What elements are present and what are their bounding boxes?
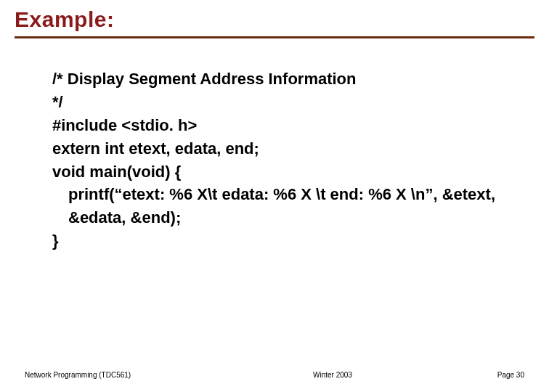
footer-right: Page 30 — [396, 371, 524, 379]
code-line-6: printf(“etext: %6 X\t edata: %6 X \t end… — [52, 183, 534, 229]
title-row: Example: — [15, 7, 534, 32]
footer: Network Programming (TDC561) Winter 2003… — [0, 371, 549, 379]
code-line-4: extern int etext, edata, end; — [52, 137, 534, 160]
slide: Example: /* Display Segment Address Info… — [0, 0, 549, 392]
footer-center: Winter 2003 — [152, 371, 396, 379]
code-block: /* Display Segment Address Information *… — [52, 68, 534, 253]
title-rule-wrap — [15, 36, 534, 38]
code-line-1: /* Display Segment Address Information — [52, 68, 534, 91]
code-line-3: #include <stdio. h> — [52, 114, 534, 137]
title-rule — [15, 36, 534, 38]
code-line-7: } — [52, 229, 534, 253]
slide-title: Example: — [15, 7, 114, 32]
code-line-5: void main(void) { — [52, 160, 534, 184]
code-line-2: */ — [52, 91, 534, 114]
footer-left: Network Programming (TDC561) — [25, 371, 152, 379]
